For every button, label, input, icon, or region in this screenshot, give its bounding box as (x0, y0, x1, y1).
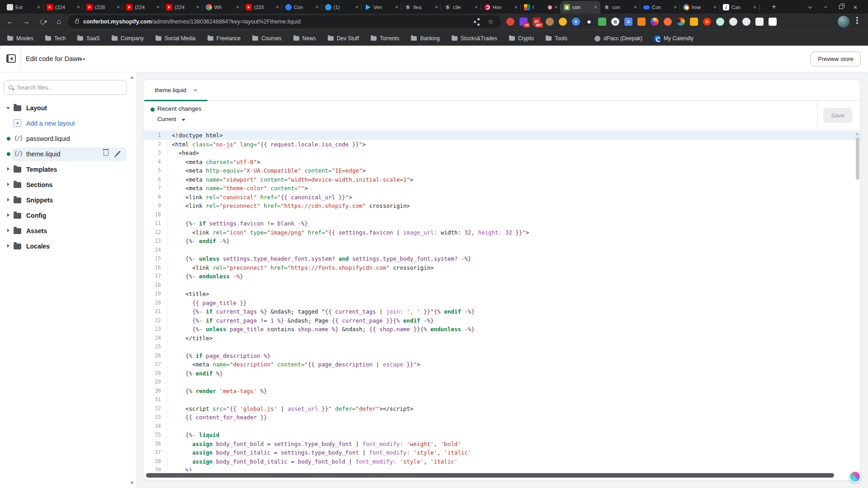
bookmark-item[interactable]: Dev Stuff (328, 35, 359, 42)
caret-right-icon[interactable] (7, 213, 9, 217)
back-button[interactable]: ← (4, 14, 16, 30)
tab-close-icon[interactable]: × (156, 5, 160, 10)
caret-down-icon[interactable] (6, 107, 10, 109)
sidebar-folder-snippets[interactable]: Snippets (0, 193, 136, 207)
puzzle-extension-icon[interactable] (755, 18, 764, 26)
tab-close-icon[interactable]: × (395, 5, 398, 10)
editor-tab-close-icon[interactable]: × (193, 87, 197, 94)
vimium-extension-icon[interactable]: V (572, 18, 580, 26)
sidebar-scroll-up-icon[interactable] (130, 76, 134, 79)
editor-tab-theme-liquid[interactable]: theme.liquid × (144, 80, 208, 101)
search-input[interactable] (16, 84, 122, 91)
browser-tab[interactable]: I× (521, 1, 561, 14)
caret-right-icon[interactable] (7, 183, 9, 186)
sidebar-folder-locales[interactable]: Locales (0, 239, 136, 253)
sidebar-folder-templates[interactable]: Templates (0, 163, 136, 176)
window-minimize-button[interactable]: − (819, 0, 832, 14)
tab-close-icon[interactable]: × (117, 5, 120, 10)
tab-close-icon[interactable]: × (316, 5, 319, 10)
tab-close-icon[interactable]: × (713, 5, 717, 10)
tab-close-icon[interactable]: × (355, 5, 359, 10)
browser-tab[interactable]: (224× (43, 1, 83, 14)
browser-tab[interactable]: Con× (282, 1, 322, 14)
bookmark-item[interactable]: Social Media (156, 35, 196, 42)
ghost-extension-icon[interactable] (729, 18, 737, 26)
bookmark-item[interactable]: Tools (546, 35, 567, 42)
bookmark-item[interactable]: Freelance (208, 35, 241, 42)
browser-tab[interactable]: how× (680, 1, 720, 14)
sidebar-item-theme-liquid[interactable]: {/}theme.liquid (0, 147, 136, 161)
new-tab-button[interactable]: + (769, 1, 779, 12)
profile-avatar[interactable] (838, 16, 849, 28)
code-area[interactable]: 1<!doctype html>2<html class="no-js" lan… (143, 131, 860, 471)
palette-extension-icon[interactable] (559, 18, 567, 26)
id-extension-icon[interactable]: ID267 (533, 18, 541, 26)
flame-extension-icon[interactable] (664, 18, 672, 26)
browser-menu-icon[interactable] (856, 19, 858, 21)
tab-close-icon[interactable]: × (514, 5, 518, 10)
horizontal-scrollbar-thumb[interactable] (146, 473, 834, 478)
sidebar-folder-sections[interactable]: Sections (0, 178, 136, 192)
instagram-extension-icon[interactable] (651, 18, 659, 26)
browser-tab[interactable]: c9e× (441, 1, 481, 14)
spiral-extension-icon[interactable]: ◎ (611, 18, 619, 26)
share-icon[interactable] (474, 21, 476, 23)
tab-close-icon[interactable]: × (674, 5, 677, 10)
sidebar-folder-assets[interactable]: Assets (0, 224, 136, 238)
window-close-button[interactable]: × (849, 0, 862, 14)
search-files-box[interactable] (4, 80, 127, 95)
tab-close-icon[interactable]: × (196, 5, 199, 10)
bookmark-item[interactable]: Crypto (509, 35, 534, 42)
bookmark-item[interactable]: SaaS (77, 35, 99, 42)
browser-tab[interactable]: con× (561, 1, 600, 14)
browser-tab[interactable]: (225× (242, 1, 282, 14)
version-caret-icon[interactable] (182, 119, 185, 121)
browser-tab[interactable]: 9ea× (401, 1, 441, 14)
colorwheel-extension-icon[interactable] (677, 18, 685, 26)
browser-tab[interactable]: (224× (163, 1, 203, 14)
forward-button[interactable]: → (20, 14, 33, 30)
ghost-mint-extension-icon[interactable] (716, 18, 724, 26)
chat-widget-bubble[interactable] (849, 471, 861, 483)
browser-tab[interactable]: Con× (640, 1, 680, 14)
bookmark-item[interactable]: Stocks&Trades (452, 35, 497, 42)
window-restore-button[interactable] (835, 0, 847, 14)
bookmark-item[interactable]: Tech (45, 35, 66, 42)
browser-tab[interactable]: Can× (720, 1, 760, 14)
browser-tab[interactable]: (228× (83, 1, 123, 14)
bookmark-item[interactable]: Company (112, 35, 144, 42)
bookmark-item[interactable]: Courses (252, 35, 282, 42)
browser-tab[interactable]: Hov× (481, 1, 521, 14)
browser-tab[interactable]: Wh× (203, 1, 242, 14)
tab-close-icon[interactable]: × (634, 5, 637, 10)
bookmark-item[interactable]: My Calendly (654, 35, 693, 42)
purple-extension-icon[interactable]: 23 (519, 18, 528, 26)
browser-tab[interactable]: (224× (123, 1, 163, 14)
tab-close-icon[interactable]: × (37, 5, 40, 10)
browser-tab[interactable]: con× (600, 1, 640, 14)
reload-button[interactable] (36, 14, 49, 30)
caret-right-icon[interactable] (7, 244, 9, 248)
collapse-sidebar-icon[interactable] (6, 54, 16, 63)
delete-file-icon[interactable] (104, 151, 108, 156)
caret-right-icon[interactable] (7, 167, 9, 171)
sidebar-item-password-liquid[interactable]: {/}password.liquid (0, 132, 136, 145)
tab-close-icon[interactable]: × (594, 5, 597, 10)
browser-tab[interactable]: Ext× (4, 1, 43, 14)
record-extension-icon[interactable]: O (703, 18, 711, 26)
tab-close-icon[interactable]: × (236, 5, 239, 10)
tab-close-icon[interactable]: × (435, 5, 438, 10)
caret-right-icon[interactable] (7, 229, 9, 232)
sidebar-scroll-down-icon[interactable] (130, 482, 134, 484)
cookie-extension-icon[interactable] (546, 18, 554, 26)
preview-store-button[interactable]: Preview store (811, 52, 861, 66)
browser-tab[interactable]: Ven× (362, 1, 401, 14)
sidebar-item-add-a-new-layout[interactable]: +Add a new layout (0, 117, 136, 130)
sidebar-folder-layout[interactable]: Layout (0, 101, 136, 115)
tab-close-icon[interactable]: × (475, 5, 478, 10)
version-dropdown[interactable]: Current (157, 116, 176, 122)
bookmark-item[interactable]: News (293, 35, 316, 42)
address-bar[interactable]: conferbot.myshopify.com/admin/themes/138… (68, 15, 501, 28)
tab-close-icon[interactable]: × (753, 5, 756, 10)
bookmark-item[interactable]: dPacc (Deepak) (594, 35, 642, 42)
